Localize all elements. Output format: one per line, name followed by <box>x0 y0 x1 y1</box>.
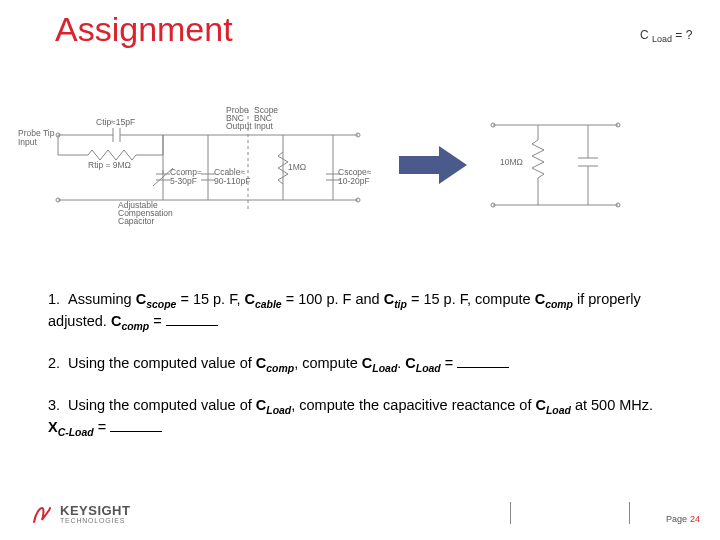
ctip-label: Ctip≈15pF <box>96 117 135 127</box>
slide-title: Assignment <box>55 10 233 49</box>
footer-dividers <box>510 502 630 524</box>
ccomp-label: Ccomp=5-30pF <box>170 167 202 186</box>
c-load-equals-unknown: C Load = ? <box>640 28 692 44</box>
question-list: 1.Assuming Cscope = 15 p. F, Ccable = 10… <box>48 290 672 460</box>
page-number: Page24 <box>666 514 700 524</box>
logo-name: KEYSIGHT <box>60 504 130 517</box>
slide: Assignment <box>0 0 720 540</box>
r10m-label: 10MΩ <box>500 157 523 167</box>
question-2: 2.Using the computed value of Ccomp, com… <box>48 354 672 376</box>
cscope-label: Cscope≈10-20pF <box>338 167 372 186</box>
logo-sub: TECHNOLOGIES <box>60 517 130 524</box>
probe-tip-label: Probe TipInput <box>18 128 55 147</box>
adj-cap-label: AdjustableCompensationCapacitor <box>118 200 173 226</box>
circuit-simplified: 10MΩ <box>478 110 628 220</box>
rtip-label: Rtip = 9MΩ <box>88 160 131 170</box>
arrow-icon <box>383 135 478 195</box>
keysight-logo: KEYSIGHT TECHNOLOGIES <box>30 502 130 526</box>
rscope-label: 1MΩ <box>288 162 306 172</box>
footer: KEYSIGHT TECHNOLOGIES Page24 <box>30 490 700 530</box>
keysight-mark-icon <box>30 502 54 526</box>
question-1: 1.Assuming Cscope = 15 p. F, Ccable = 10… <box>48 290 672 334</box>
diagram-row: Probe TipInput Ctip≈15pF Rtip = 9MΩ Adju… <box>18 95 670 235</box>
svg-marker-27 <box>399 146 467 184</box>
circuit-detailed: Probe TipInput Ctip≈15pF Rtip = 9MΩ Adju… <box>18 100 383 230</box>
scope-bnc-label: ScopeBNCInput <box>254 105 278 131</box>
ccable-label: Ccable≈90-110pF <box>214 167 250 186</box>
question-3: 3.Using the computed value of CLoad, com… <box>48 396 672 440</box>
